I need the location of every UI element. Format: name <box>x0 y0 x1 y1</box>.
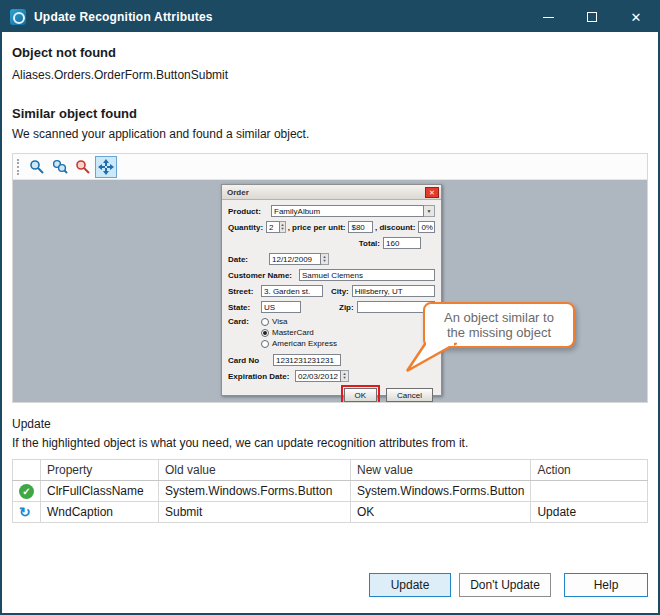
table-header-row: Property Old value New value Action <box>13 460 648 481</box>
customer-name-label: Customer Name: <box>228 271 296 280</box>
amex-radio <box>261 340 269 348</box>
discount-label: , discount: <box>375 223 415 232</box>
similar-object-description: We scanned your application and found a … <box>12 127 648 141</box>
visa-radio <box>261 318 269 326</box>
city-field: Hillsberry, UT <box>352 285 435 297</box>
action-column-header: Action <box>531 460 648 481</box>
order-form-titlebar: Order ✕ <box>222 185 441 200</box>
refresh-icon: ↻ <box>19 504 31 520</box>
quantity-field: 2 <box>266 221 280 233</box>
date-field: 12/12/2009 <box>269 253 321 265</box>
maximize-button[interactable] <box>570 2 614 32</box>
price-label: , price per unit: <box>288 223 346 232</box>
table-row[interactable]: ✓ ClrFullClassName System.Windows.Forms.… <box>13 481 648 502</box>
remove-highlight-button[interactable] <box>72 156 94 178</box>
expand-arrows-icon <box>98 159 114 175</box>
expiration-date-spinner: ▲▼ <box>341 370 349 382</box>
expiration-date-field: 02/03/2012 <box>295 370 341 382</box>
preview-panel: Order ✕ Product: FamilyAlbum ▼ Quantity:… <box>12 153 648 403</box>
zip-label: Zip: <box>339 303 354 312</box>
card-no-label: Card No <box>228 356 270 365</box>
visa-label: Visa <box>272 317 287 326</box>
product-dropdown-icon: ▼ <box>424 205 435 217</box>
maximize-icon <box>587 12 597 22</box>
amex-label: American Express <box>272 339 337 348</box>
card-label: Card: <box>228 317 258 326</box>
zoom-object-button[interactable] <box>26 156 48 178</box>
property-cell: ClrFullClassName <box>41 481 159 502</box>
product-combobox: FamilyAlbum <box>271 205 424 217</box>
state-label: State: <box>228 303 258 312</box>
dialog-body: Object not found Aliases.Orders.OrderFor… <box>2 32 658 613</box>
titlebar[interactable]: Update Recognition Attributes ✕ <box>2 2 658 32</box>
card-radio-group: Visa MasterCard American Express <box>261 317 337 350</box>
callout-line1: An object similar to <box>444 310 554 325</box>
product-label: Product: <box>228 207 268 216</box>
icon-column-header <box>13 460 41 481</box>
object-not-found-heading: Object not found <box>12 45 648 60</box>
magnifier-pair-icon <box>52 159 68 175</box>
new-value-column-header: New value <box>351 460 531 481</box>
find-similar-button[interactable] <box>49 156 71 178</box>
new-value-cell: OK <box>351 502 531 523</box>
property-cell: WndCaption <box>41 502 159 523</box>
total-label: Total: <box>359 239 380 248</box>
quantity-label: Quantity: <box>228 223 263 232</box>
dialog-footer: Update Don't Update Help <box>12 573 648 597</box>
object-preview: Order ✕ Product: FamilyAlbum ▼ Quantity:… <box>13 180 647 402</box>
highlighted-ok-button: OK <box>344 388 378 402</box>
update-button[interactable]: Update <box>369 573 451 597</box>
expiration-date-label: Expiration Date: <box>228 372 292 381</box>
magnifier-red-icon <box>75 159 91 175</box>
close-icon: ✕ <box>631 11 642 24</box>
minimize-icon <box>543 17 554 18</box>
order-form-close-icon: ✕ <box>425 187 439 198</box>
callout-line2: the missing object <box>447 325 551 340</box>
update-section-heading: Update <box>12 417 648 431</box>
street-label: Street: <box>228 287 258 296</box>
mastercard-label: MasterCard <box>272 328 314 337</box>
new-value-cell: System.Windows.Forms.Button <box>351 481 531 502</box>
table-row[interactable]: ↻ WndCaption Submit OK Update <box>13 502 648 523</box>
date-spinner: ▲▼ <box>321 253 329 265</box>
preview-toolbar <box>13 154 647 180</box>
magnifier-blue-icon <box>29 159 45 175</box>
update-section-description: If the highlighted object is what you ne… <box>12 436 648 450</box>
cancel-button-preview: Cancel <box>386 388 433 402</box>
total-field: 160 <box>383 237 421 249</box>
old-value-column-header: Old value <box>159 460 351 481</box>
state-field: US <box>261 301 301 313</box>
city-label: City: <box>331 287 349 296</box>
minimize-button[interactable] <box>526 2 570 32</box>
discount-field: 0% <box>418 221 435 233</box>
help-button[interactable]: Help <box>564 573 648 597</box>
update-recognition-dialog: Update Recognition Attributes ✕ Object n… <box>0 0 660 615</box>
similar-object-heading: Similar object found <box>12 106 648 121</box>
street-field: 3. Garden st. <box>261 285 323 297</box>
mastercard-radio <box>261 329 269 337</box>
old-value-cell: Submit <box>159 502 351 523</box>
action-cell <box>531 481 648 502</box>
dont-update-button[interactable]: Don't Update <box>459 573 551 597</box>
date-label: Date: <box>228 255 266 264</box>
close-button[interactable]: ✕ <box>614 2 658 32</box>
quantity-spinner: ▲▼ <box>280 221 286 233</box>
order-form-title: Order <box>227 188 425 197</box>
property-column-header: Property <box>41 460 159 481</box>
similar-object-callout: An object similar to the missing object <box>423 302 575 348</box>
window-title: Update Recognition Attributes <box>34 10 526 24</box>
old-value-cell: System.Windows.Forms.Button <box>159 481 351 502</box>
toolbar-grip[interactable] <box>17 159 19 175</box>
missing-object-path: Aliases.Orders.OrderForm.ButtonSubmit <box>12 68 648 82</box>
customer-name-field: Samuel Clemens <box>299 269 435 281</box>
check-icon: ✓ <box>19 484 34 499</box>
attributes-table: Property Old value New value Action ✓ Cl… <box>12 459 648 523</box>
fit-to-window-button[interactable] <box>95 156 117 178</box>
action-cell: Update <box>531 502 648 523</box>
app-icon <box>10 9 26 25</box>
price-field: $80 <box>348 221 373 233</box>
callout-tail <box>405 341 457 373</box>
card-no-field: 1231231231231 <box>273 354 341 366</box>
